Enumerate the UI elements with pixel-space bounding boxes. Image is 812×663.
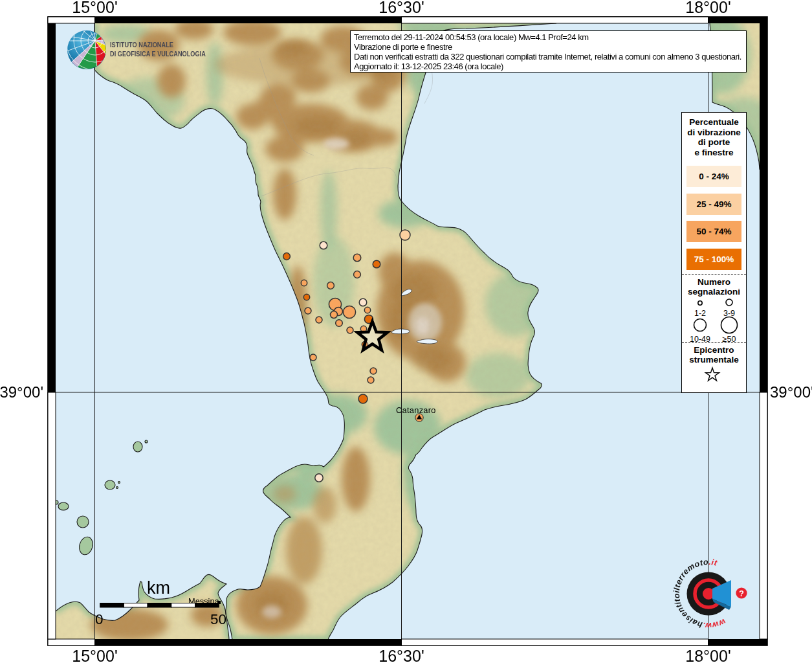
svg-text:DI GEOFISICA E VULCANOLOGIA: DI GEOFISICA E VULCANOLOGIA (110, 50, 206, 58)
svg-text:0: 0 (95, 611, 104, 627)
svg-text:50: 50 (210, 611, 226, 627)
svg-text:18°00': 18°00' (685, 647, 730, 663)
svg-text:?: ? (739, 589, 744, 598)
svg-text:15°00': 15°00' (72, 0, 117, 16)
svg-text:18°00': 18°00' (685, 0, 730, 16)
svg-text:39°00': 39°00' (770, 383, 812, 401)
svg-text:15°00': 15°00' (72, 647, 117, 663)
svg-text:16°30': 16°30' (379, 647, 424, 663)
svg-text:km: km (147, 578, 170, 598)
svg-text:39°00': 39°00' (0, 383, 43, 401)
svg-text:Catanzaro: Catanzaro (396, 405, 436, 415)
svg-text:16°30': 16°30' (379, 0, 424, 16)
svg-text:ISTITUTO NAZIONALE: ISTITUTO NAZIONALE (110, 41, 173, 49)
